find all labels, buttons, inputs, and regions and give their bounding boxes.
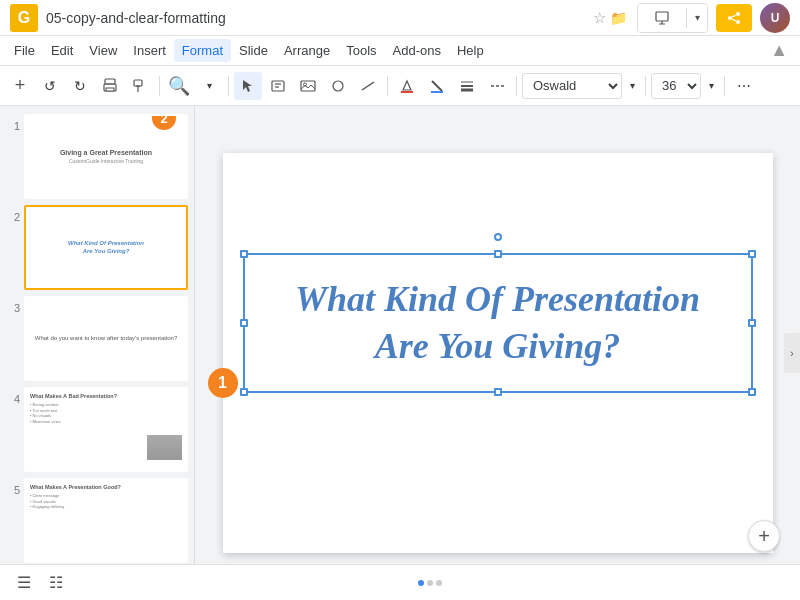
svg-rect-24 — [431, 91, 443, 93]
menu-tools[interactable]: Tools — [338, 39, 384, 62]
slide-item-2[interactable]: 2 What Kind Of PresentationAre You Givin… — [6, 205, 188, 290]
slide-item-1[interactable]: 1 Giving a Great Presentation CustomGuid… — [6, 114, 188, 199]
menu-view[interactable]: View — [81, 39, 125, 62]
slide-thumb-4[interactable]: What Makes A Bad Presentation? • Boring … — [24, 387, 188, 472]
slide-item-3[interactable]: 3 What do you want to know after today's… — [6, 296, 188, 381]
slide-item-5[interactable]: 5 What Makes A Presentation Good? • Clea… — [6, 478, 188, 563]
fill-color-button[interactable] — [393, 72, 421, 100]
svg-point-20 — [333, 81, 343, 91]
svg-rect-11 — [134, 80, 142, 86]
toolbar-sep-4 — [516, 76, 517, 96]
present-button[interactable] — [638, 4, 686, 32]
main-content: 1 Giving a Great Presentation CustomGuid… — [0, 106, 800, 600]
font-size-select[interactable]: 36 — [651, 73, 701, 99]
folder-icon[interactable]: 📁 — [610, 10, 627, 26]
share-button[interactable] — [716, 4, 752, 32]
svg-point-4 — [728, 16, 732, 20]
list-view-button[interactable]: ☰ — [10, 569, 38, 597]
handle-bottom-left[interactable] — [240, 388, 248, 396]
editor-area[interactable]: What Kind Of PresentationAre You Giving?… — [195, 106, 800, 600]
slide-number-5: 5 — [6, 484, 20, 496]
menu-file[interactable]: File — [6, 39, 43, 62]
shape-tool[interactable] — [324, 72, 352, 100]
toolbar-sep-2 — [228, 76, 229, 96]
undo-button[interactable]: ↺ — [36, 72, 64, 100]
menu-slide[interactable]: Slide — [231, 39, 276, 62]
toolbar-sep-3 — [387, 76, 388, 96]
handle-bottom-mid[interactable] — [494, 388, 502, 396]
image-tool[interactable] — [294, 72, 322, 100]
border-color-button[interactable] — [423, 72, 451, 100]
textbox-icon — [270, 78, 286, 94]
slide-number-3: 3 — [6, 302, 20, 314]
slide-thumb-1[interactable]: Giving a Great Presentation CustomGuide … — [24, 114, 188, 199]
bottom-left: ☰ ☷ — [10, 569, 70, 597]
bottom-bar: ☰ ☷ — [0, 564, 800, 600]
menu-addons[interactable]: Add-ons — [385, 39, 449, 62]
slide-thumb-2[interactable]: What Kind Of PresentationAre You Giving? — [24, 205, 188, 290]
menu-edit[interactable]: Edit — [43, 39, 81, 62]
slide1-subtitle: CustomGuide Interactive Training — [69, 158, 143, 164]
annotation-1: 1 — [208, 368, 238, 398]
slide3-title: What do you want to know after today's p… — [35, 335, 178, 343]
cursor-icon — [241, 79, 255, 93]
slide-item-4[interactable]: 4 What Makes A Bad Presentation? • Borin… — [6, 387, 188, 472]
slide4-bullets: • Boring content • Too much text • No vi… — [30, 402, 182, 424]
present-dropdown-button[interactable]: ▾ — [687, 4, 707, 32]
svg-rect-15 — [272, 81, 284, 91]
toolbar-sep-1 — [159, 76, 160, 96]
line-tool[interactable] — [354, 72, 382, 100]
svg-point-3 — [736, 12, 740, 16]
menu-insert[interactable]: Insert — [125, 39, 174, 62]
handle-bottom-right[interactable] — [748, 388, 756, 396]
slide1-title: Giving a Great Presentation — [60, 149, 152, 156]
handle-top-right[interactable] — [748, 250, 756, 258]
menu-bar: File Edit View Insert Format Slide Arran… — [0, 36, 800, 66]
handle-top-left[interactable] — [240, 250, 248, 258]
slide-number-4: 4 — [6, 393, 20, 405]
redo-button[interactable]: ↻ — [66, 72, 94, 100]
handle-top-mid[interactable] — [494, 250, 502, 258]
text-box[interactable]: What Kind Of PresentationAre You Giving? — [243, 253, 753, 393]
menu-arrange[interactable]: Arrange — [276, 39, 338, 62]
zoom-button[interactable]: 🔍 — [165, 72, 193, 100]
rotate-handle[interactable] — [494, 233, 502, 241]
shape-icon — [330, 78, 346, 94]
border-dash-button[interactable] — [483, 72, 511, 100]
menu-collapse[interactable]: ▲ — [764, 40, 794, 61]
grid-view-button[interactable]: ☷ — [42, 569, 70, 597]
font-name-select[interactable]: Oswald — [522, 73, 622, 99]
border-weight-button[interactable] — [453, 72, 481, 100]
textbox-tool[interactable] — [264, 72, 292, 100]
border-dash-icon — [489, 78, 505, 94]
select-tool[interactable] — [234, 72, 262, 100]
menu-format[interactable]: Format — [174, 39, 231, 62]
more-options-button[interactable]: ⋯ — [730, 72, 758, 100]
toolbar-sep-5 — [645, 76, 646, 96]
font-dropdown[interactable]: ▾ — [624, 72, 640, 100]
handle-right-mid[interactable] — [748, 319, 756, 327]
font-size-dropdown[interactable]: ▾ — [703, 72, 719, 100]
dot-2 — [427, 580, 433, 586]
expand-panel-button[interactable]: › — [784, 333, 800, 373]
svg-marker-14 — [243, 80, 252, 92]
print-button[interactable] — [96, 72, 124, 100]
slide-thumb-5[interactable]: What Makes A Presentation Good? • Clear … — [24, 478, 188, 563]
add-button[interactable]: + — [6, 72, 34, 100]
menu-help[interactable]: Help — [449, 39, 492, 62]
handle-left-mid[interactable] — [240, 319, 248, 327]
account-avatar[interactable]: U — [760, 3, 790, 33]
add-slide-button[interactable]: + — [748, 520, 780, 552]
star-icon[interactable]: ☆ — [593, 9, 606, 27]
svg-line-23 — [432, 81, 442, 91]
slide-panel: 1 Giving a Great Presentation CustomGuid… — [0, 106, 195, 600]
line-icon — [360, 78, 376, 94]
svg-rect-10 — [106, 88, 114, 91]
slide-number-1: 1 — [6, 120, 20, 132]
slide-thumb-3[interactable]: What do you want to know after today's p… — [24, 296, 188, 381]
slide-main-text: What Kind Of PresentationAre You Giving? — [295, 276, 700, 370]
zoom-chevron[interactable]: ▾ — [195, 72, 223, 100]
paint-format-button[interactable] — [126, 72, 154, 100]
svg-line-6 — [732, 15, 736, 17]
title-bar: G 05-copy-and-clear-formatting ☆ 📁 ▾ — [0, 0, 800, 36]
